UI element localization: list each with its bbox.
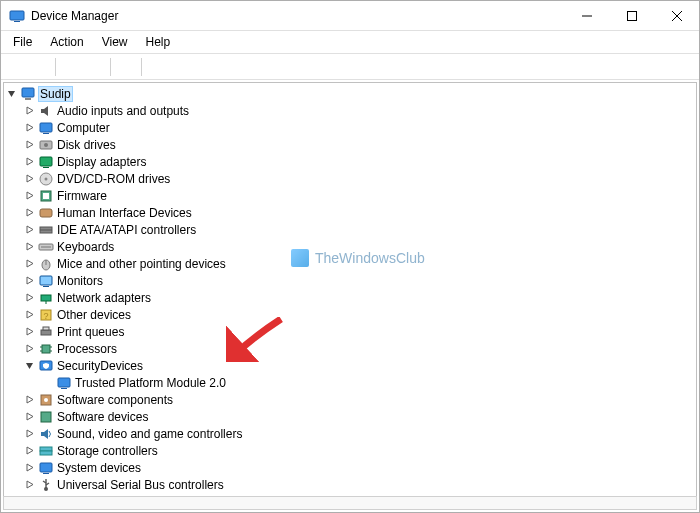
- twisty-collapsed[interactable]: [24, 258, 35, 269]
- twisty-expanded[interactable]: [24, 360, 35, 371]
- tree-node[interactable]: DVD/CD-ROM drives: [24, 170, 694, 187]
- toolbar-add-legacy[interactable]: [170, 56, 192, 78]
- toolbar-sep: [55, 58, 56, 76]
- twisty-collapsed[interactable]: [24, 292, 35, 303]
- svg-rect-60: [43, 473, 49, 474]
- tree-node-label: Sudip: [39, 87, 72, 101]
- tree-node[interactable]: ?Other devices: [24, 306, 694, 323]
- svg-rect-56: [41, 412, 51, 422]
- tree-node-label: Software devices: [57, 410, 148, 424]
- sound-icon: [38, 426, 54, 442]
- computer-icon: [38, 120, 54, 136]
- tree-node[interactable]: Trusted Platform Module 2.0: [42, 374, 694, 391]
- tree-node-label: Universal Serial Bus controllers: [57, 478, 224, 492]
- tree-node[interactable]: Network adapters: [24, 289, 694, 306]
- twisty-collapsed[interactable]: [24, 105, 35, 116]
- twisty-expanded[interactable]: [6, 88, 17, 99]
- twisty-collapsed[interactable]: [24, 326, 35, 337]
- twisty-none: [42, 377, 53, 388]
- tree-node-label: Storage controllers: [57, 444, 158, 458]
- toolbar-properties[interactable]: [84, 56, 106, 78]
- device-tree-panel[interactable]: SudipAudio inputs and outputsComputerDis…: [3, 82, 697, 497]
- tree-node[interactable]: Mice and other pointing devices: [24, 255, 694, 272]
- tree-node[interactable]: Software components: [24, 391, 694, 408]
- swcomp-icon: [38, 392, 54, 408]
- usb-icon: [38, 477, 54, 493]
- twisty-collapsed[interactable]: [24, 122, 35, 133]
- printer-icon: [38, 324, 54, 340]
- storage-icon: [38, 443, 54, 459]
- tree-node[interactable]: Keyboards: [24, 238, 694, 255]
- twisty-collapsed[interactable]: [24, 139, 35, 150]
- twisty-collapsed[interactable]: [24, 411, 35, 422]
- twisty-collapsed[interactable]: [24, 445, 35, 456]
- menu-file[interactable]: File: [5, 33, 40, 51]
- tree-node[interactable]: Print queues: [24, 323, 694, 340]
- ide-icon: [38, 222, 54, 238]
- toolbar-back[interactable]: [5, 56, 27, 78]
- tree-node[interactable]: System devices: [24, 459, 694, 476]
- twisty-collapsed[interactable]: [24, 428, 35, 439]
- menu-action[interactable]: Action: [42, 33, 91, 51]
- svg-rect-53: [61, 388, 67, 389]
- tree-node-label: Firmware: [57, 189, 107, 203]
- twisty-collapsed[interactable]: [24, 394, 35, 405]
- menu-view[interactable]: View: [94, 33, 136, 51]
- tree-node[interactable]: Computer: [24, 119, 694, 136]
- tree-node[interactable]: Firmware: [24, 187, 694, 204]
- svg-point-55: [44, 398, 48, 402]
- twisty-collapsed[interactable]: [24, 309, 35, 320]
- tree-node[interactable]: Audio inputs and outputs: [24, 102, 694, 119]
- tree-node[interactable]: Disk drives: [24, 136, 694, 153]
- close-button[interactable]: [654, 1, 699, 30]
- maximize-button[interactable]: [609, 1, 654, 30]
- tree-node-label: Mice and other pointing devices: [57, 257, 226, 271]
- svg-rect-31: [40, 209, 52, 217]
- firmware-icon: [38, 188, 54, 204]
- tree-node-label: DVD/CD-ROM drives: [57, 172, 170, 186]
- twisty-collapsed[interactable]: [24, 173, 35, 184]
- svg-rect-1: [14, 21, 20, 22]
- svg-rect-25: [40, 157, 52, 166]
- tree-node[interactable]: Sound, video and game controllers: [24, 425, 694, 442]
- tree-node[interactable]: Sudip: [6, 85, 694, 102]
- twisty-collapsed[interactable]: [24, 479, 35, 490]
- toolbar-help[interactable]: ?: [115, 56, 137, 78]
- twisty-collapsed[interactable]: [24, 343, 35, 354]
- twisty-collapsed[interactable]: [24, 207, 35, 218]
- tree-node[interactable]: Storage controllers: [24, 442, 694, 459]
- twisty-collapsed[interactable]: [24, 190, 35, 201]
- tree-node[interactable]: Display adapters: [24, 153, 694, 170]
- tree-node[interactable]: Processors: [24, 340, 694, 357]
- twisty-collapsed[interactable]: [24, 241, 35, 252]
- window-buttons: [564, 1, 699, 30]
- twisty-collapsed[interactable]: [24, 156, 35, 167]
- toolbar-show-hide-tree[interactable]: [60, 56, 82, 78]
- tree-node[interactable]: IDE ATA/ATAPI controllers: [24, 221, 694, 238]
- tree-node-label: SecurityDevices: [57, 359, 143, 373]
- tree-node[interactable]: Universal Serial Bus controllers: [24, 476, 694, 493]
- toolbar-forward[interactable]: [29, 56, 51, 78]
- tree-node-label: Disk drives: [57, 138, 116, 152]
- tree-node-label: System devices: [57, 461, 141, 475]
- hid-icon: [38, 205, 54, 221]
- svg-point-28: [45, 177, 48, 180]
- twisty-collapsed[interactable]: [24, 462, 35, 473]
- svg-rect-40: [41, 295, 51, 301]
- svg-rect-38: [40, 276, 52, 285]
- tree-node[interactable]: SecurityDevices: [24, 357, 694, 374]
- tree-node[interactable]: Software devices: [24, 408, 694, 425]
- minimize-button[interactable]: [564, 1, 609, 30]
- tree-node-label: Computer: [57, 121, 110, 135]
- other-icon: ?: [38, 307, 54, 323]
- tree-node[interactable]: Monitors: [24, 272, 694, 289]
- twisty-collapsed[interactable]: [24, 224, 35, 235]
- twisty-collapsed[interactable]: [24, 275, 35, 286]
- svg-rect-44: [41, 330, 51, 335]
- svg-rect-0: [10, 11, 24, 20]
- titlebar: Device Manager: [1, 1, 699, 31]
- system-icon: [38, 460, 54, 476]
- toolbar-scan-hardware[interactable]: [146, 56, 168, 78]
- tree-node[interactable]: Human Interface Devices: [24, 204, 694, 221]
- menu-help[interactable]: Help: [138, 33, 179, 51]
